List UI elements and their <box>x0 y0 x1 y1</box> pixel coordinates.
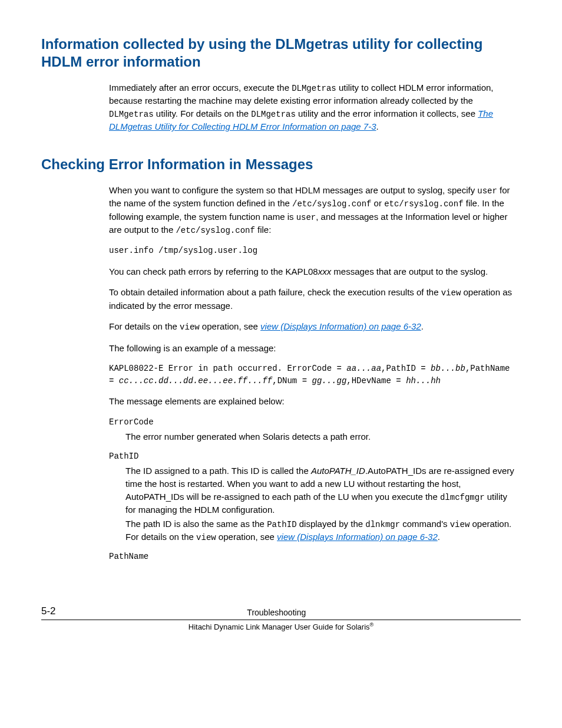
inline-code: dlnkmgr <box>365 520 400 529</box>
text: command's <box>400 519 450 529</box>
text: Hitachi Dynamic Link Manager User Guide … <box>189 623 370 632</box>
inline-code: PathID <box>267 520 296 529</box>
text: To obtain detailed information about a p… <box>109 287 441 297</box>
footer-chapter: Troubleshooting <box>56 607 497 618</box>
text: displayed by the <box>297 519 366 529</box>
text: or <box>371 198 384 208</box>
text: operation, see <box>200 321 260 331</box>
paragraph: To obtain detailed information about a p… <box>109 286 515 312</box>
inline-code: DLMgetras <box>251 110 296 119</box>
inline-code: DLMgetras <box>292 84 336 93</box>
text: file: <box>255 225 272 235</box>
text: operation, see <box>216 532 277 542</box>
inline-code: view <box>196 533 216 542</box>
inline-code: /etc/syslog.conf <box>176 226 254 235</box>
italic-text: hh...hh <box>406 376 441 386</box>
inline-code: etc/rsyslog.conf <box>384 199 463 209</box>
page-number: 5-2 <box>41 604 56 619</box>
definition-term: PathName <box>109 551 515 562</box>
text: KAPL08022-E Error in path occurred. Erro… <box>109 364 346 373</box>
text: Immediately after an error occurs, execu… <box>109 83 292 93</box>
text: When you want to configure the system so… <box>109 185 477 195</box>
italic-text: AutoPATH_ID <box>311 466 365 476</box>
code-block: user.info /tmp/syslog.user.log <box>109 245 515 256</box>
text: . <box>438 532 440 542</box>
definition-desc: The error number generated when Solaris … <box>125 430 515 443</box>
text: For details on the <box>109 321 180 331</box>
text: utility and the error information it col… <box>296 108 478 118</box>
section-heading-1: Information collected by using the DLMge… <box>41 35 521 71</box>
inline-code: /etc/syslog.conf <box>292 199 371 209</box>
text: ,DNum = <box>272 376 312 386</box>
italic-text: bb...bb <box>431 364 465 373</box>
text: utility. For details on the <box>154 108 252 118</box>
text: ,HDevName = <box>346 376 406 386</box>
registered-symbol: ® <box>370 622 374 628</box>
text: You can check path errors by referring t… <box>109 266 318 276</box>
text: The ID assigned to a path. This ID is ca… <box>125 466 311 476</box>
cross-reference-link[interactable]: view (Displays Information) on page 6-32 <box>277 532 438 542</box>
cross-reference-link[interactable]: view (Displays Information) on page 6-32 <box>260 321 421 331</box>
definition-term: PathID <box>109 450 515 462</box>
paragraph: For details on the view operation, see v… <box>109 320 515 333</box>
italic-text: aa...aa <box>346 364 381 373</box>
italic-text: gg...gg <box>312 376 346 386</box>
paragraph: You can check path errors by referring t… <box>109 265 515 278</box>
definition-term: ErrorCode <box>109 416 515 428</box>
inline-code: view <box>450 520 470 529</box>
definition-desc: The ID assigned to a path. This ID is ca… <box>125 465 515 543</box>
page-footer: 5-2 Troubleshooting Hitachi Dynamic Link… <box>41 604 521 634</box>
code-block: KAPL08022-E Error in path occurred. Erro… <box>109 363 515 387</box>
italic-text: xxx <box>318 266 332 276</box>
italic-text: cc...cc.dd...dd.ee...ee.ff...ff <box>119 376 272 386</box>
text: The path ID is also the same as the <box>125 519 267 529</box>
inline-code: view <box>441 288 461 298</box>
paragraph: The following is an example of a message… <box>109 342 515 355</box>
text: messages that are output to the syslog. <box>331 266 488 276</box>
section-heading-2: Checking Error Information in Messages <box>41 156 521 173</box>
inline-code: view <box>180 322 200 332</box>
paragraph: The message elements are explained below… <box>109 395 515 408</box>
text: . <box>376 121 379 131</box>
paragraph: Immediately after an error occurs, execu… <box>109 81 515 133</box>
inline-code: user <box>477 186 497 196</box>
inline-code: user <box>296 213 316 222</box>
text: ,PathID = <box>381 364 431 373</box>
inline-code: dlmcfgmgr <box>440 493 485 502</box>
footer-guide-title: Hitachi Dynamic Link Manager User Guide … <box>41 621 521 633</box>
text: . <box>421 321 424 331</box>
paragraph: When you want to configure the system so… <box>109 184 515 236</box>
inline-code: DLMgetras <box>109 110 154 119</box>
